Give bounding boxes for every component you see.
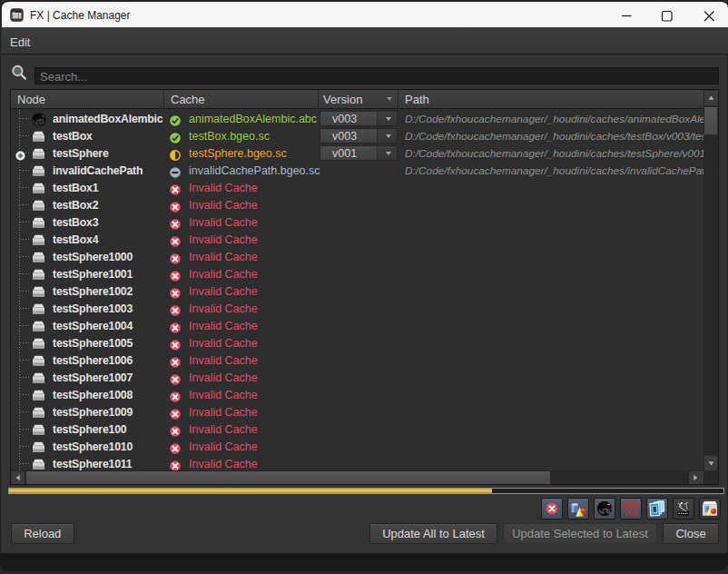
svg-text:VDB: VDB — [624, 509, 637, 516]
